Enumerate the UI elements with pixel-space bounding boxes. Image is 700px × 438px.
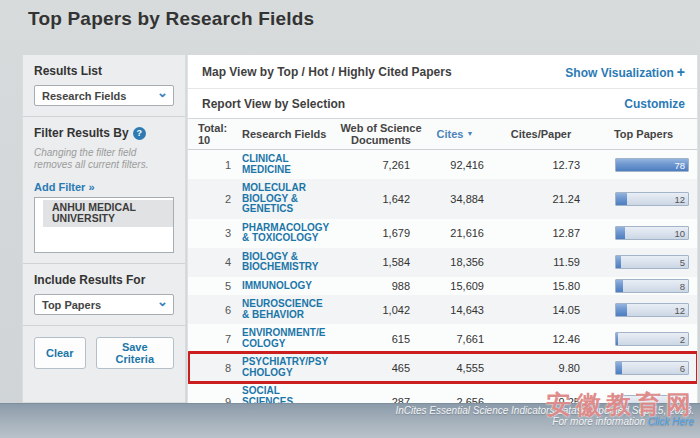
research-field-link[interactable]: PHARMACOLOGY & TOXICOLOGY [240,221,338,246]
bar-fill [616,280,623,292]
page-title: Top Papers by Research Fields [28,8,314,30]
column-top-papers[interactable]: Top Papers [596,128,691,140]
bar-fill [616,362,622,374]
table-header: Total: 10 Research Fields Web of Science… [188,118,697,150]
top-papers-bar[interactable]: 12 [615,192,689,206]
results-list-section: Results List Research Fields ⌄ [23,55,185,116]
report-view-bar: Report View by Selection Customize [188,89,697,118]
cites-value: 18,356 [424,256,486,268]
top-papers-bar[interactable]: 78 [615,158,689,172]
clear-button[interactable]: Clear [34,337,86,369]
click-here-link[interactable]: Click Here [648,416,694,427]
column-wos-documents[interactable]: Web of Science Documents [338,122,424,146]
table-row: 8 PSYCHIATRY/PSYCHOLOGY 465 4,555 9.80 6 [188,353,697,382]
include-results-dropdown[interactable]: Top Papers ⌄ [34,294,174,315]
row-rank: 7 [198,333,240,345]
chevron-down-icon: ⌄ [157,298,168,306]
row-rank: 8 [198,362,240,374]
results-list-dropdown[interactable]: Research Fields ⌄ [34,85,174,106]
top-papers-value: 8 [680,280,685,291]
cites-per-paper-value: 15.80 [486,280,596,292]
cites-value: 7,661 [424,333,486,345]
wos-documents-value: 615 [338,333,424,345]
top-papers-bar[interactable]: 12 [615,303,689,317]
top-papers-bar[interactable]: 5 [615,255,689,269]
top-papers-bar[interactable]: 2 [615,332,689,346]
main-panel: Map View by Top / Hot / Highly Cited Pap… [187,55,698,403]
top-papers-value: 10 [674,228,685,239]
top-papers-bar[interactable]: 6 [615,361,689,375]
top-papers-bar-cell: 10 [596,226,691,240]
cites-per-paper-value: 9.80 [486,362,596,374]
cites-value: 34,884 [424,193,486,205]
column-cites-sorted[interactable]: Cites ▼ [424,128,486,140]
table-row: 6 NEUROSCIENCE & BEHAVIOR 1,042 14,643 1… [188,295,697,324]
filter-by-label-text: Filter Results By [34,126,129,140]
top-papers-bar-cell: 12 [596,303,691,317]
research-field-link[interactable]: PSYCHIATRY/PSYCHOLOGY [240,355,338,380]
plus-icon[interactable]: + [677,64,685,80]
bar-fill [616,333,618,345]
top-papers-value: 78 [674,159,685,170]
row-rank: 6 [198,304,240,316]
footer-text: InCites Essential Science Indicators dat… [395,405,694,427]
research-field-link[interactable]: NEUROSCIENCE & BEHAVIOR [240,297,338,322]
table-row: 7 ENVIRONMENT/ECOLOGY 615 7,661 12.46 2 [188,324,697,353]
research-field-link[interactable]: ENVIRONMENT/ECOLOGY [240,326,338,351]
top-papers-bar[interactable]: 8 [615,279,689,293]
cites-per-paper-value: 11.59 [486,256,596,268]
top-papers-bar-cell: 8 [596,279,691,293]
filter-listbox[interactable]: ANHUI MEDICAL UNIVERSITY [34,197,174,253]
wos-documents-value: 1,642 [338,193,424,205]
cites-per-paper-value: 12.87 [486,227,596,239]
bar-fill [616,193,627,205]
customize-link[interactable]: Customize [624,97,685,111]
map-view-title: Map View by Top / Hot / Highly Cited Pap… [202,65,452,79]
total-label: Total: [198,122,240,134]
total-count: 10 [198,134,240,146]
cites-value: 15,609 [424,280,486,292]
wos-documents-value: 1,042 [338,304,424,316]
row-rank: 5 [198,280,240,292]
column-research-fields[interactable]: Research Fields [240,128,338,140]
results-list-label: Results List [34,64,174,78]
show-visualization-link[interactable]: Show Visualization [565,66,673,80]
filter-sidebar: Results List Research Fields ⌄ Filter Re… [22,55,186,403]
results-list-value: Research Fields [42,90,126,102]
cites-value: 21,616 [424,227,486,239]
more-info-text: For more information [552,416,645,427]
research-field-link[interactable]: IMMUNOLOGY [240,279,338,294]
bar-fill [616,256,621,268]
research-field-link[interactable]: BIOLOGY & BIOCHEMISTRY [240,250,338,275]
help-icon[interactable]: ? [133,127,146,140]
sidebar-buttons: Clear Save Criteria [23,326,185,380]
cites-value: 92,416 [424,159,486,171]
dataset-note: InCites Essential Science Indicators dat… [395,405,694,416]
top-papers-value: 6 [680,362,685,373]
add-filter-link[interactable]: Add Filter » [34,181,95,193]
cites-per-paper-value: 12.46 [486,333,596,345]
include-results-value: Top Papers [42,299,101,311]
column-total: Total: 10 [198,122,240,146]
column-cites-per-paper[interactable]: Cites/Paper [486,128,596,140]
top-papers-bar-cell: 12 [596,192,691,206]
save-criteria-button[interactable]: Save Criteria [96,337,174,369]
chevron-down-icon: ⌄ [157,89,168,97]
cites-per-paper-value: 12.73 [486,159,596,171]
table-body: 1 CLINICAL MEDICINE 7,261 92,416 12.73 7… [188,150,697,407]
table-row: 1 CLINICAL MEDICINE 7,261 92,416 12.73 7… [188,150,697,179]
research-field-link[interactable]: MOLECULAR BIOLOGY & GENETICS [240,181,338,217]
row-rank: 2 [198,193,240,205]
cites-value: 4,555 [424,362,486,374]
top-papers-value: 12 [674,193,685,204]
filter-note: Changing the filter field removes all cu… [34,147,174,171]
sort-desc-icon: ▼ [467,130,474,137]
table-row: 2 MOLECULAR BIOLOGY & GENETICS 1,642 34,… [188,179,697,219]
bar-fill [616,227,625,239]
top-papers-bar-cell: 2 [596,332,691,346]
top-papers-bar[interactable]: 10 [615,226,689,240]
cites-per-paper-value: 21.24 [486,193,596,205]
top-papers-bar-cell: 78 [596,158,691,172]
filter-list-item[interactable]: ANHUI MEDICAL UNIVERSITY [43,200,173,227]
research-field-link[interactable]: CLINICAL MEDICINE [240,152,338,177]
